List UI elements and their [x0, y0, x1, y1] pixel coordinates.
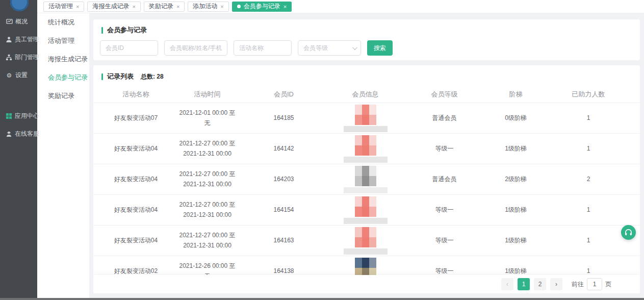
secondary-menu: 统计概况活动管理海报生成记录会员参与记录奖励记录: [37, 13, 89, 298]
tab-label: 添加活动: [193, 2, 217, 11]
service-icon: [6, 131, 12, 138]
submenu-item-活动管理[interactable]: 活动管理: [37, 32, 89, 50]
open-tabs-bar: 活动管理×海报生成记录×奖励记录×添加活动×会员参与记录×: [37, 0, 644, 13]
apps-icon: [6, 113, 12, 120]
censored-member-avatar: [344, 135, 388, 163]
overview-icon: [6, 18, 13, 26]
sidebar-item-service[interactable]: 在线客服: [0, 125, 37, 143]
title-accent-bar: [101, 73, 103, 80]
censored-member-name: [344, 157, 388, 163]
active-tab-dot: [237, 5, 241, 8]
submenu-item-会员参与记录[interactable]: 会员参与记录: [37, 68, 89, 87]
search-panel-title: 会员参与记录: [101, 26, 632, 35]
tab-label: 会员参与记录: [244, 2, 280, 11]
activity-name-input[interactable]: [234, 40, 292, 56]
departments-icon: [6, 54, 12, 61]
app-logo: [10, 0, 29, 11]
search-panel-title-text: 会员参与记录: [107, 26, 147, 35]
col-member-level: 会员等级: [407, 89, 481, 100]
pagination-prev-button[interactable]: ‹: [501, 278, 513, 290]
submenu-item-海报生成记录[interactable]: 海报生成记录: [37, 50, 89, 68]
pagination-pages: 12: [513, 278, 546, 290]
records-total: 总数: 28: [141, 72, 164, 81]
table-header: 活动名称 活动时间 会员ID 会员信息 会员等级 阶梯 已助力人数: [93, 86, 640, 103]
pagination-page-1[interactable]: 1: [518, 278, 530, 290]
cell-tier: 0级阶梯: [481, 113, 550, 123]
submenu-item-统计概况[interactable]: 统计概况: [37, 13, 89, 32]
censored-member-avatar: [344, 105, 388, 132]
sidebar-item-apps[interactable]: 应用中心: [0, 107, 37, 125]
sidebar-item-overview[interactable]: 概况: [0, 13, 37, 31]
cell-boost-count: 1: [550, 144, 627, 154]
online-service-float-button[interactable]: [621, 225, 636, 240]
search-button[interactable]: 搜索: [367, 40, 393, 56]
cell-member-id: 164203: [244, 174, 323, 184]
cell-activity-name: 好友裂变活动07: [101, 113, 170, 123]
col-activity-name: 活动名称: [101, 89, 170, 100]
sidebar-item-label: 概况: [15, 17, 28, 26]
title-accent-bar: [101, 27, 103, 34]
sidebar-item-label: 设置: [15, 71, 28, 80]
tab-海报生成记录[interactable]: 海报生成记录×: [87, 2, 140, 12]
tab-奖励记录[interactable]: 奖励记录×: [144, 2, 185, 12]
tab-close-icon[interactable]: ×: [220, 4, 223, 10]
member-level-select[interactable]: [298, 40, 361, 56]
cell-member-level: 等级一: [407, 144, 481, 154]
cell-member-info: [323, 166, 407, 193]
member-level-select-input[interactable]: [298, 40, 361, 56]
sidebar-menu: 概况员工管理部门管理⚙设置应用中心在线客服: [0, 13, 37, 143]
headset-icon: [624, 228, 633, 237]
member-name-input[interactable]: [164, 40, 227, 56]
tab-close-icon[interactable]: ×: [132, 4, 135, 10]
sidebar-item-employees[interactable]: 员工管理: [0, 31, 37, 48]
tab-label: 活动管理: [48, 2, 73, 11]
pagination-next-button[interactable]: ›: [550, 278, 562, 290]
settings-icon: ⚙: [6, 72, 13, 79]
table-row: 好友裂变活动042021-12-27 00:00 至2021-12-31 00:…: [93, 164, 640, 194]
col-member-id: 会员ID: [244, 89, 323, 100]
submenu-item-奖励记录[interactable]: 奖励记录: [37, 87, 89, 105]
table-row: 好友裂变活动042021-12-27 00:00 至2021-12-31 00:…: [93, 225, 640, 256]
sidebar-item-settings[interactable]: ⚙设置: [0, 66, 37, 84]
col-member-info: 会员信息: [323, 89, 407, 100]
sidebar-item-label: 应用中心: [15, 112, 39, 120]
tab-会员参与记录[interactable]: 会员参与记录×: [232, 2, 292, 12]
censored-member-name: [344, 218, 388, 224]
cell-member-level: 普通会员: [407, 174, 481, 184]
cell-boost-count: 1: [550, 236, 627, 245]
cell-tier: 2级阶梯: [481, 174, 550, 184]
pagination-bar: ‹ 12 › 前往 页: [93, 275, 640, 293]
member-id-input[interactable]: [100, 40, 158, 56]
search-panel: 会员参与记录 搜索: [93, 19, 640, 60]
tab-close-icon[interactable]: ×: [176, 4, 179, 10]
bottom-scrollbar[interactable]: [0, 298, 644, 300]
cell-boost-count: 2: [550, 174, 627, 184]
cell-activity-name: 好友裂变活动04: [101, 205, 170, 215]
censored-member-name: [344, 126, 388, 132]
cell-activity-time: 2021-12-27 00:00 至2021-12-31 00:00: [170, 231, 244, 250]
tab-label: 奖励记录: [149, 2, 173, 11]
cell-member-level: 普通会员: [407, 113, 481, 123]
censored-member-avatar: [344, 166, 388, 193]
tab-close-icon[interactable]: ×: [284, 4, 287, 10]
app-sidebar: 概况员工管理部门管理⚙设置应用中心在线客服: [0, 0, 37, 298]
cell-activity-name: 好友裂变活动04: [101, 174, 170, 184]
censored-member-name: [344, 187, 388, 193]
censored-member-avatar: [344, 227, 388, 255]
cell-activity-name: 好友裂变活动04: [101, 144, 170, 154]
records-title-text: 记录列表: [107, 72, 134, 81]
pagination-page-2[interactable]: 2: [534, 278, 546, 290]
cell-activity-time: 2021-12-27 00:00 至2021-12-31 00:00: [170, 169, 244, 189]
cell-member-id: 164163: [244, 236, 323, 245]
tab-活动管理[interactable]: 活动管理×: [43, 2, 84, 12]
goto-unit: 页: [605, 280, 611, 289]
tab-close-icon[interactable]: ×: [76, 4, 79, 10]
tab-添加活动[interactable]: 添加活动×: [188, 2, 228, 12]
sidebar-item-departments[interactable]: 部门管理: [0, 48, 37, 66]
cell-member-id: 164142: [244, 144, 323, 154]
censored-member-avatar: [344, 196, 388, 224]
cell-member-id: 164185: [244, 113, 323, 123]
goto-page-input[interactable]: [587, 278, 602, 290]
main-content: 会员参与记录 搜索 记录列表 总数: 28 活动名称 活动时间 会员ID 会员信…: [89, 13, 644, 298]
col-activity-time: 活动时间: [170, 89, 244, 100]
